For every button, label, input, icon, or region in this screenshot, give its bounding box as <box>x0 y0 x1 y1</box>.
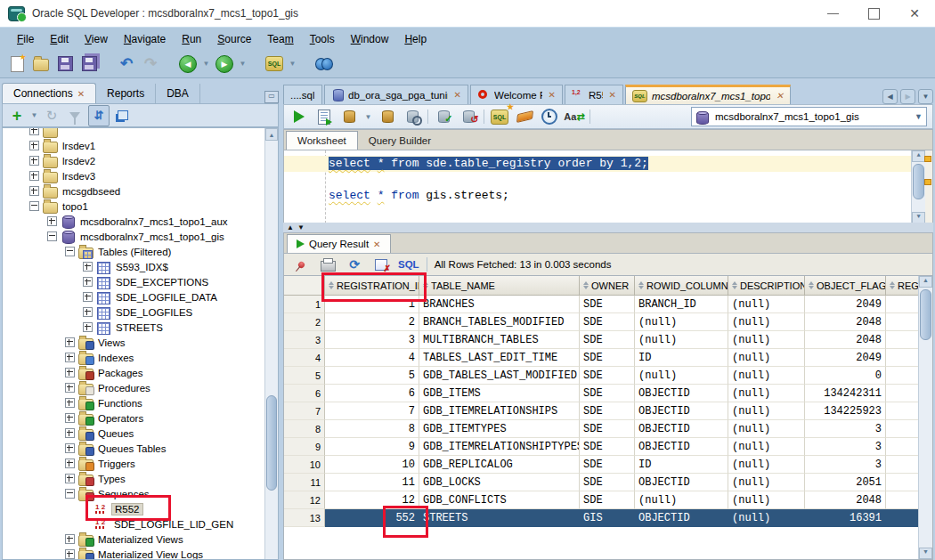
editor-scrollbar-thumb[interactable] <box>913 164 924 199</box>
tab-reports[interactable]: Reports <box>96 84 156 103</box>
expand-icon[interactable] <box>29 156 39 166</box>
cell-object_flags[interactable]: 2049 <box>805 296 886 313</box>
cell-reg[interactable] <box>886 296 923 313</box>
cell-owner[interactable]: SDE <box>580 367 635 385</box>
cell-table_name[interactable]: STREETS <box>419 509 580 527</box>
menu-navigate[interactable]: Navigate <box>116 30 174 48</box>
cell-reg[interactable] <box>886 509 923 527</box>
editor-tab-welcome-pa-[interactable]: Welcome Pa...✕ <box>470 85 563 104</box>
tab-dba[interactable]: DBA <box>156 84 200 103</box>
cell-owner[interactable]: GIS <box>580 509 635 527</box>
cell-registration_id[interactable]: 10 <box>325 456 419 474</box>
tree-item-procedures[interactable]: Procedures <box>3 380 278 395</box>
cell-owner[interactable]: SDE <box>580 331 635 349</box>
tree-item-streets[interactable]: STREETS <box>3 320 278 335</box>
table-row[interactable]: 77GDB_ITEMRELATIONSHIPSSDEOBJECTID(null)… <box>284 402 932 420</box>
back-dropdown[interactable]: ▼ <box>202 60 210 68</box>
expand-icon[interactable] <box>29 171 39 181</box>
cell-reg[interactable] <box>886 438 923 456</box>
sql-link[interactable]: SQL <box>398 259 419 270</box>
pin-button[interactable] <box>291 255 311 274</box>
expand-icon[interactable] <box>65 428 75 438</box>
cell-table_name[interactable]: GDB_TABLES_LAST_MODIFIED <box>419 367 580 385</box>
expand-icon[interactable] <box>65 398 75 408</box>
new-file-button[interactable] <box>7 54 27 74</box>
cell-owner[interactable]: SDE <box>580 402 635 420</box>
undo-button[interactable]: ↶ <box>117 54 136 74</box>
cell-registration_id[interactable]: 6 <box>325 385 419 402</box>
cell-object_flags[interactable]: 2051 <box>805 474 886 491</box>
expand-icon[interactable] <box>83 322 93 332</box>
column-header-description[interactable]: DESCRIPTION <box>728 276 805 295</box>
autotrace-dropdown[interactable]: ▼ <box>364 113 372 121</box>
expand-icon[interactable] <box>65 474 75 483</box>
cell-registration_id[interactable]: 7 <box>325 402 419 420</box>
tree-item-sde-logfile-data[interactable]: SDE_LOGFILE_DATA <box>3 289 278 304</box>
tree-item-indexes[interactable]: Indexes <box>3 350 278 365</box>
table-row[interactable]: 1010GDB_REPLICALOGSDEID(null)3 <box>284 456 932 474</box>
tree-item-sde-logfiles[interactable]: SDE_LOGFILES <box>3 304 278 320</box>
tree-item-packages[interactable]: Packages <box>3 365 278 380</box>
cell-rowid_column[interactable]: (null) <box>635 313 728 331</box>
clear-button[interactable] <box>515 107 534 126</box>
cell-rowid_column[interactable]: OBJECTID <box>635 385 728 402</box>
autotrace-button[interactable] <box>339 107 359 126</box>
sql-worksheet-dropdown[interactable]: ▼ <box>289 60 297 68</box>
cell-owner[interactable]: SDE <box>580 456 635 474</box>
print-button[interactable] <box>318 255 337 274</box>
minimize-button[interactable] <box>812 0 853 27</box>
cell-table_name[interactable]: GDB_ITEMTYPES <box>419 420 580 438</box>
column-header-object_flags[interactable]: OBJECT_FLAGS <box>805 276 886 295</box>
cell-table_name[interactable]: TABLES_LAST_EDIT_TIME <box>419 349 580 367</box>
cell-description[interactable]: (null) <box>728 438 805 456</box>
expand-icon[interactable] <box>47 216 57 226</box>
scroll-tabs-left-button[interactable]: ◀ <box>882 89 898 104</box>
tab-connections[interactable]: Connections✕ <box>2 83 96 103</box>
cell-object_flags[interactable]: 134242311 <box>805 385 886 402</box>
cell-table_name[interactable]: GDB_ITEMS <box>419 385 580 402</box>
run-statement-button[interactable] <box>289 107 309 126</box>
open-sql-worksheet-button[interactable]: SQL <box>264 54 284 74</box>
sql-tuning-button[interactable] <box>402 107 422 126</box>
code-line[interactable]: select * from sde.table_registry order b… <box>284 156 911 172</box>
close-icon[interactable]: ✕ <box>77 89 85 99</box>
expand-icon[interactable] <box>83 292 93 302</box>
menu-edit[interactable]: Edit <box>42 30 77 48</box>
table-row[interactable]: 99GDB_ITEMRELATIONSHIPTYPESSDEOBJECTID(n… <box>284 438 932 456</box>
forward-dropdown[interactable]: ▼ <box>239 60 247 68</box>
tree-item-tables-filtered-[interactable]: Tables (Filtered) <box>3 244 278 259</box>
cell-owner[interactable]: SDE <box>580 474 635 491</box>
table-row[interactable]: 33MULTIBRANCH_TABLESSDE(null)(null)2048 <box>284 331 932 349</box>
expand-icon[interactable] <box>65 337 75 347</box>
cell-description[interactable]: (null) <box>728 331 805 349</box>
tree-item-mcsgdbseed[interactable]: mcsgdbseed <box>3 183 278 199</box>
cell-description[interactable]: (null) <box>728 296 805 313</box>
menu-tools[interactable]: Tools <box>302 30 343 48</box>
run-script-button[interactable] <box>314 107 334 126</box>
add-connection-dropdown[interactable]: ▼ <box>30 111 38 119</box>
cell-table_name[interactable]: GDB_CONFLICTS <box>419 491 580 509</box>
cell-description[interactable]: (null) <box>728 491 805 509</box>
panel-minimize-button[interactable]: ▭ <box>264 91 279 103</box>
cell-reg[interactable] <box>886 491 923 509</box>
editor-scrollbar[interactable]: ▲ ▼ <box>911 150 925 223</box>
scroll-tabs-right-button[interactable]: ▶ <box>900 89 915 104</box>
expand-icon[interactable] <box>29 127 39 135</box>
table-row[interactable]: 1111GDB_LOCKSSDEOBJECTID(null)2051 <box>284 474 932 491</box>
cell-table_name[interactable]: BRANCHES <box>419 296 580 313</box>
collapse-icon[interactable] <box>65 247 75 256</box>
cell-description[interactable]: (null) <box>728 456 805 474</box>
cell-table_name[interactable]: GDB_REPLICALOG <box>419 456 580 474</box>
cell-owner[interactable]: SDE <box>580 296 635 313</box>
cell-description[interactable]: (null) <box>728 474 805 491</box>
expand-icon[interactable] <box>65 383 75 393</box>
cell-object_flags[interactable]: 0 <box>805 367 886 385</box>
code-line[interactable]: select * from gis.streets; <box>284 188 911 204</box>
cell-reg[interactable] <box>886 385 923 402</box>
expand-icon[interactable] <box>65 443 75 453</box>
expand-icon[interactable] <box>65 368 75 377</box>
cell-rowid_column[interactable]: OBJECTID <box>635 509 728 527</box>
tree-item-sde-exceptions[interactable]: SDE_EXCEPTIONS <box>3 274 278 289</box>
cell-rowid_column[interactable]: OBJECTID <box>635 402 728 420</box>
table-row[interactable]: 88GDB_ITEMTYPESSDEOBJECTID(null)3 <box>284 420 932 438</box>
